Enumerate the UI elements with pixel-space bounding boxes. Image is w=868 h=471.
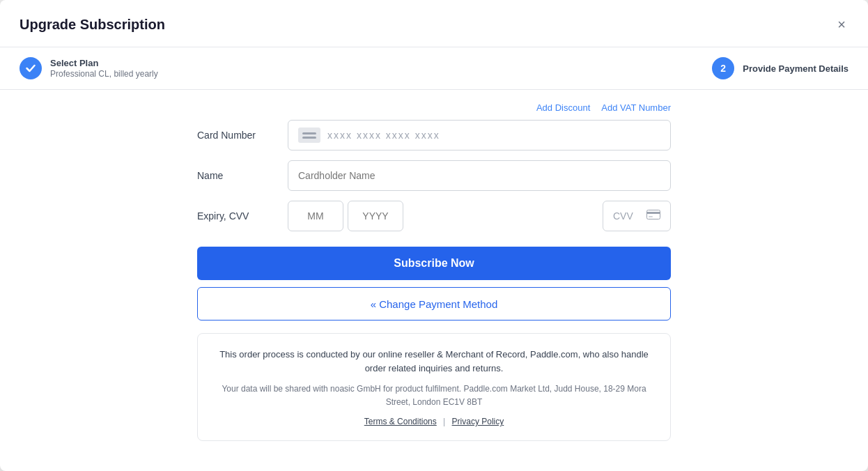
cvv-placeholder: CVV [613,210,641,222]
info-links: Terms & Conditions | Privacy Policy [215,417,653,426]
upgrade-subscription-modal: Upgrade Subscription × Select Plan Profe… [0,0,868,471]
info-box: This order process is conducted by our o… [197,333,671,441]
card-number-placeholder: xxxx xxxx xxxx xxxx [327,130,440,141]
step-2-number: 2 [712,57,734,79]
name-label: Name [197,170,288,181]
steps-bar: Select Plan Professional CL, billed year… [0,47,868,90]
cvv-wrapper[interactable]: CVV [603,201,671,231]
modal-body: Add Discount Add VAT Number Card Number … [0,90,868,471]
step-1-done-icon [20,57,42,79]
change-payment-button[interactable]: « Change Payment Method [197,287,671,321]
add-vat-button[interactable]: Add VAT Number [601,102,671,113]
info-separator: | [443,417,445,426]
card-number-input-wrapper[interactable]: xxxx xxxx xxxx xxxx [288,120,671,150]
svg-rect-2 [649,216,653,217]
card-brand-icon [298,128,320,143]
step-2-label: Provide Payment Details [743,63,848,74]
svg-rect-1 [646,212,660,214]
modal-title: Upgrade Subscription [20,17,165,33]
payment-form: Card Number xxxx xxxx xxxx xxxx Name [197,120,671,241]
step-2: 2 Provide Payment Details [712,57,848,79]
modal-header: Upgrade Subscription × [0,0,868,47]
step-1-sub: Professional CL, billed yearly [50,69,158,79]
step-1: Select Plan Professional CL, billed year… [20,57,158,79]
discount-row: Add Discount Add VAT Number [197,90,671,120]
expiry-cvv-inputs: CVV [288,201,671,231]
step-1-info: Select Plan Professional CL, billed year… [50,58,158,79]
expiry-cvv-label: Expiry, CVV [197,210,288,222]
subscribe-button[interactable]: Subscribe Now [197,247,671,280]
expiry-cvv-row: Expiry, CVV CVV [197,201,671,231]
card-number-label: Card Number [197,130,288,141]
privacy-link[interactable]: Privacy Policy [452,417,504,426]
svg-rect-0 [647,210,660,219]
step-1-label: Select Plan [50,58,158,68]
terms-link[interactable]: Terms & Conditions [364,417,437,426]
add-discount-button[interactable]: Add Discount [536,102,590,113]
close-button[interactable]: × [835,14,848,36]
info-main-text: This order process is conducted by our o… [215,348,653,376]
month-input[interactable] [288,201,343,231]
name-row: Name [197,160,671,191]
name-input[interactable] [288,160,671,191]
year-input[interactable] [348,201,403,231]
info-sub-text: Your data will be shared with noasic Gmb… [215,383,653,408]
card-number-row: Card Number xxxx xxxx xxxx xxxx [197,120,671,150]
cvv-card-icon [646,210,660,222]
